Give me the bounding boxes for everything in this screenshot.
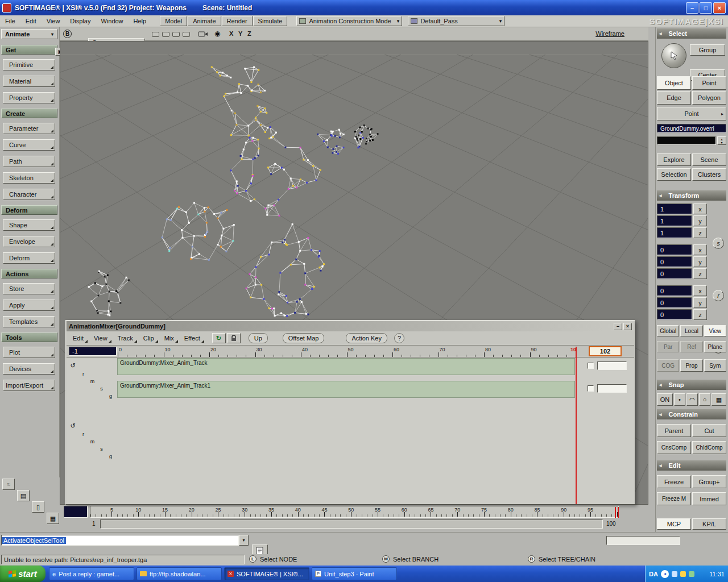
transform-section-header[interactable]: ◂ Transform	[657, 190, 726, 201]
layout-single-icon-button[interactable]: ▯	[32, 501, 44, 513]
timeline-ruler[interactable]: 5101520253035404550556065707580859095	[90, 506, 619, 518]
rotate-y-axis-button[interactable]: y	[693, 256, 707, 267]
construction-mode-dropdown[interactable]: Animation Construction Mode ▾	[296, 16, 402, 26]
ref-global-button[interactable]: Global	[657, 325, 679, 336]
constrain-parent-button[interactable]: Parent	[657, 424, 691, 437]
ref-view-button[interactable]: View	[704, 325, 726, 336]
mixer-offset-map-button[interactable]: Offset Map	[283, 333, 325, 343]
toolbar-item-shape[interactable]: Shape	[3, 219, 55, 231]
menu-display[interactable]: Display	[65, 16, 96, 27]
point-filter-menu-button[interactable]: Point ▸	[657, 107, 726, 120]
rotate-z-axis-button[interactable]: z	[693, 268, 707, 279]
taskbar-app-ftp[interactable]: ftp://ftp.shadowlan...	[136, 567, 222, 580]
mixer-menu-track[interactable]: Track	[114, 333, 138, 344]
freeze-button[interactable]: Freeze	[657, 475, 691, 488]
taskbar-app-xsi[interactable]: X SOFTIMAGE® | XSI®...	[224, 567, 309, 580]
snap-point-icon-button[interactable]: •	[674, 393, 685, 406]
layout-panes-icon-button[interactable]: ▤	[17, 490, 30, 501]
toolbar-item-devices[interactable]: Devices	[3, 363, 55, 375]
translate-z-field[interactable]: 0	[657, 309, 692, 320]
scale-y-axis-button[interactable]: y	[693, 215, 707, 226]
select-section-header[interactable]: ◂ Select	[657, 28, 726, 39]
toolbar-item-deform[interactable]: Deform	[3, 252, 55, 264]
kpl-tab-button[interactable]: KP/L	[692, 518, 726, 530]
curve-editor-icon-button[interactable]: ≈	[2, 479, 15, 490]
snap-grid-icon-button[interactable]: ▦	[712, 393, 726, 406]
timeline-range-slider[interactable]	[100, 519, 603, 529]
select-tool-button[interactable]	[661, 43, 686, 68]
selection-name-field[interactable]: GroundDummy.overri	[657, 124, 726, 133]
toolbar-item-property[interactable]: Property	[3, 92, 55, 103]
mode-model-button[interactable]: Model	[160, 16, 187, 26]
mixer-minimize-button[interactable]: –	[614, 323, 622, 330]
command-input[interactable]: ActivateObjectSelTool	[1, 535, 239, 546]
track2-cycle-icon[interactable]: ↺	[69, 422, 77, 430]
mixer-close-button[interactable]: ×	[623, 323, 632, 330]
toolbar-item-character[interactable]: Character	[3, 189, 55, 200]
scene-button[interactable]: Scene	[692, 153, 726, 166]
mcp-tab-button[interactable]: MCP	[657, 518, 691, 530]
track1-s-toggle[interactable]: s	[98, 385, 105, 392]
toolbar-item-parameter[interactable]: Parameter	[3, 123, 55, 134]
minimize-button[interactable]: –	[686, 2, 698, 14]
snap-curve-icon-button[interactable]: ◠	[686, 393, 698, 406]
toolbar-item-import-export[interactable]: Import/Export	[3, 380, 55, 391]
language-indicator[interactable]: DA	[649, 571, 658, 577]
restore-button[interactable]: □	[700, 2, 712, 14]
section-header-actions[interactable]: Actions	[1, 269, 57, 278]
track1-g-toggle[interactable]: g	[107, 392, 114, 400]
memo-cam-1[interactable]	[152, 32, 159, 37]
section-header-create[interactable]: Create	[1, 109, 57, 118]
track1-r-toggle[interactable]: r	[80, 370, 87, 377]
freeze-m-button[interactable]: Freeze M	[657, 492, 691, 505]
mixer-menu-clip[interactable]: Clip	[139, 333, 159, 344]
weight-slider[interactable]	[606, 536, 680, 545]
track2-r-toggle[interactable]: r	[80, 430, 87, 438]
viewport-letter-button[interactable]: B	[63, 30, 72, 38]
track1-weight-field[interactable]	[597, 361, 627, 370]
scale-x-field[interactable]: 1	[657, 203, 692, 214]
track1-checkbox[interactable]	[588, 363, 594, 369]
mixer-titlebar[interactable]: AnimationMixer[GroundDummy] – ×	[67, 321, 634, 331]
selection-slider[interactable]	[657, 136, 716, 145]
prop-button[interactable]: Prop	[680, 359, 702, 372]
constrain-section-header[interactable]: ◂ Constrain	[657, 409, 726, 419]
section-header-get[interactable]: Get	[1, 45, 57, 55]
filter-object-button[interactable]: Object	[657, 76, 691, 90]
toolbar-item-path[interactable]: Path	[3, 156, 55, 167]
menu-view[interactable]: View	[42, 16, 65, 27]
track2-m-toggle[interactable]: m	[89, 438, 96, 445]
mixer-menu-effect[interactable]: Effect	[180, 333, 205, 344]
toolbar-item-store[interactable]: Store	[3, 283, 55, 294]
menu-edit[interactable]: Edit	[20, 16, 42, 27]
close-button[interactable]: ×	[713, 2, 726, 14]
filter-point-button[interactable]: Point	[692, 76, 726, 90]
toolbar-item-primitive[interactable]: Primitive	[3, 59, 55, 70]
sym-button[interactable]: Sym	[704, 359, 726, 372]
translate-x-axis-button[interactable]: x	[693, 285, 707, 296]
axis-z-button[interactable]: Z	[247, 30, 251, 37]
mixer-track-1[interactable]: GroundDummy:Mixer_Anim_Track	[117, 358, 575, 375]
track2-weight-field[interactable]	[597, 384, 627, 393]
ref-plane-button[interactable]: Plane	[704, 341, 726, 352]
toolbar-item-envelope[interactable]: Envelope	[3, 236, 55, 247]
group-button[interactable]: Group	[690, 44, 725, 56]
menu-file[interactable]: File	[0, 16, 20, 27]
mode-render-button[interactable]: Render	[222, 16, 253, 26]
chldcomp-button[interactable]: ChldComp	[692, 441, 726, 454]
track1-cycle-icon[interactable]: ↺	[69, 361, 77, 369]
mixer-lock-icon-button[interactable]	[227, 333, 241, 343]
memo-cam-2[interactable]	[162, 32, 169, 37]
mixer-help-button[interactable]: ?	[394, 333, 404, 343]
ref-ref-button[interactable]: Ref	[680, 341, 702, 352]
constrain-cut-button[interactable]: Cut	[692, 424, 726, 437]
toolbar-item-curve[interactable]: Curve	[3, 139, 55, 151]
ref-par-button[interactable]: Par	[657, 341, 679, 352]
mixer-up-button[interactable]: Up	[249, 333, 268, 343]
mode-simulate-button[interactable]: Simulate	[253, 16, 288, 26]
tray-icon-3[interactable]	[689, 571, 694, 577]
mixer-menu-view[interactable]: View	[90, 333, 113, 344]
section-header-tools[interactable]: Tools	[1, 332, 57, 342]
immed-button[interactable]: Immed	[692, 492, 726, 505]
mixer-update-icon-button[interactable]: ↻	[212, 333, 226, 343]
